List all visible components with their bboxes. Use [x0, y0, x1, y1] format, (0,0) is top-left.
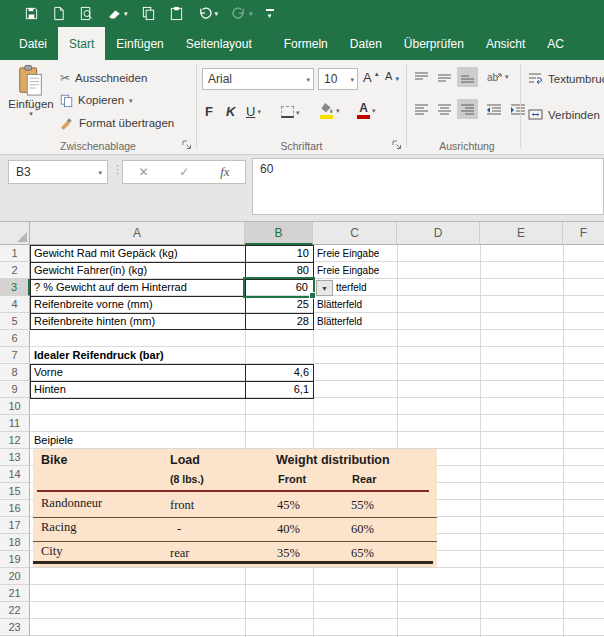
tab-ansicht[interactable]: Ansicht — [475, 27, 536, 60]
merge-center-button[interactable]: Verbinden — [528, 108, 600, 121]
row-header-8[interactable]: 8 — [0, 364, 30, 381]
font-name-combo[interactable]: Arial▾ — [202, 68, 314, 90]
insert-function-icon[interactable]: fx — [220, 164, 229, 180]
row-header-15[interactable]: 15 — [0, 483, 30, 500]
row-header-22[interactable]: 22 — [0, 602, 30, 619]
align-right-button[interactable] — [457, 99, 478, 119]
cell-a9[interactable]: Hinten — [34, 381, 242, 398]
select-all-corner[interactable] — [0, 222, 30, 245]
cell-b8[interactable]: 4,6 — [245, 364, 309, 381]
name-box[interactable]: B3 ▾ — [8, 160, 108, 184]
row-header-21[interactable]: 21 — [0, 585, 30, 602]
customize-quick-access-icon[interactable]: ▾ — [266, 9, 274, 19]
fill-handle[interactable] — [309, 292, 316, 299]
column-header-c[interactable]: C — [313, 222, 397, 245]
undo-icon[interactable]: ▾ — [197, 6, 219, 21]
font-color-dropdown-icon[interactable]: ▾ — [372, 107, 376, 114]
underline-button[interactable]: U▾ — [246, 104, 261, 119]
borders-dropdown-icon[interactable]: ▾ — [296, 109, 300, 116]
cell-c5[interactable]: Blätterfeld — [317, 313, 362, 330]
cell-b4[interactable]: 25 — [245, 296, 309, 313]
row-header-16[interactable]: 16 — [0, 500, 30, 517]
cell-a3[interactable]: ? % Gewicht auf dem Hinterrad — [34, 279, 240, 296]
clipboard-dialog-launcher-icon[interactable] — [182, 140, 192, 150]
increase-indent-button[interactable] — [507, 99, 528, 119]
row-header-3[interactable]: 3 — [0, 279, 30, 296]
copy-icon[interactable] — [141, 6, 156, 21]
row-header-6[interactable]: 6 — [0, 330, 30, 347]
increase-font-button[interactable]: A▲ — [363, 70, 380, 85]
cut-button[interactable]: ✂ Ausschneiden — [60, 69, 147, 87]
row-header-23[interactable]: 23 — [0, 619, 30, 636]
row-header-7[interactable]: 7 — [0, 347, 30, 364]
bike-table-picture[interactable]: Bike Load Weight distribution (8 lbs.) F… — [33, 449, 437, 567]
decrease-indent-button[interactable] — [483, 99, 504, 119]
align-middle-button[interactable] — [434, 67, 455, 87]
new-file-icon[interactable] — [52, 6, 66, 21]
wrap-text-button[interactable]: Textumbruch — [528, 72, 604, 85]
print-preview-icon[interactable] — [79, 6, 94, 21]
cell-a12[interactable]: Beipiele — [34, 432, 242, 449]
cell-b9[interactable]: 6,1 — [245, 381, 309, 398]
row-header-1[interactable]: 1 — [0, 245, 30, 262]
row-header-18[interactable]: 18 — [0, 534, 30, 551]
tab-ueberpruefen[interactable]: Überprüfen — [393, 27, 475, 60]
eraser-icon[interactable]: ▾ — [107, 7, 128, 21]
undo-dropdown-icon[interactable]: ▾ — [215, 10, 219, 17]
paste-icon[interactable] — [169, 6, 184, 21]
column-header-a[interactable]: A — [30, 222, 245, 245]
column-header-f[interactable]: F — [563, 222, 604, 245]
row-header-10[interactable]: 10 — [0, 398, 30, 415]
align-center-button[interactable] — [434, 99, 455, 119]
decrease-font-button[interactable]: A▼ — [385, 70, 400, 82]
paste-button[interactable]: Einfügen ▾ — [6, 64, 56, 142]
row-header-13[interactable]: 13 — [0, 449, 30, 466]
cell-a1[interactable]: Gewicht Rad mit Gepäck (kg) — [34, 245, 242, 262]
cell-b1[interactable]: 10 — [245, 245, 309, 262]
sheet-area[interactable]: 1234567891011121314151617181920212223 Ge… — [0, 245, 604, 637]
tab-datei[interactable]: Datei — [8, 27, 58, 60]
fill-color-button[interactable]: ▾ — [319, 102, 340, 119]
cell-b5[interactable]: 28 — [245, 313, 309, 330]
align-left-button[interactable] — [411, 99, 432, 119]
column-header-e[interactable]: E — [480, 222, 563, 245]
fill-color-dropdown-icon[interactable]: ▾ — [336, 107, 340, 114]
cell-a7[interactable]: Idealer Reifendruck (bar) — [34, 347, 274, 364]
tab-daten[interactable]: Daten — [339, 27, 393, 60]
row-header-19[interactable]: 19 — [0, 551, 30, 568]
column-header-b[interactable]: B — [245, 222, 313, 245]
row-header-9[interactable]: 9 — [0, 381, 30, 398]
row-header-12[interactable]: 12 — [0, 432, 30, 449]
cell-c3[interactable]: tterfeld — [336, 279, 367, 296]
eraser-dropdown-icon[interactable]: ▾ — [124, 10, 128, 17]
align-bottom-button[interactable] — [457, 67, 478, 87]
cell-a2[interactable]: Gewicht Fahrer(in) (kg) — [34, 262, 242, 279]
format-painter-button[interactable]: Format übertragen — [60, 114, 174, 132]
paste-dropdown-icon[interactable]: ▾ — [29, 110, 33, 117]
cell-c1[interactable]: Freie Eingabe — [317, 245, 379, 262]
row-header-5[interactable]: 5 — [0, 313, 30, 330]
underline-dropdown-icon[interactable]: ▾ — [257, 108, 261, 115]
tab-formeln[interactable]: Formeln — [273, 27, 339, 60]
font-name-dropdown-icon[interactable]: ▾ — [306, 76, 310, 83]
italic-button[interactable]: K — [226, 104, 235, 119]
font-size-combo[interactable]: 10▾ — [318, 68, 358, 90]
borders-button[interactable]: ▾ — [281, 106, 300, 118]
font-dialog-launcher-icon[interactable] — [392, 140, 402, 150]
row-header-14[interactable]: 14 — [0, 466, 30, 483]
copy-dropdown-icon[interactable]: ▾ — [129, 97, 133, 104]
name-box-dropdown-icon[interactable]: ▾ — [98, 169, 102, 176]
cancel-icon[interactable]: ✕ — [138, 165, 148, 179]
row-header-20[interactable]: 20 — [0, 568, 30, 585]
formula-input[interactable]: 60 — [252, 158, 604, 215]
row-header-17[interactable]: 17 — [0, 517, 30, 534]
row-header-4[interactable]: 4 — [0, 296, 30, 313]
align-top-button[interactable] — [411, 67, 432, 87]
row-header-11[interactable]: 11 — [0, 415, 30, 432]
orientation-button[interactable]: ab▾ — [487, 69, 509, 83]
cell-a4[interactable]: Reifenbreite vorne (mm) — [34, 296, 242, 313]
cell-c4[interactable]: Blätterfeld — [317, 296, 362, 313]
column-header-d[interactable]: D — [397, 222, 480, 245]
tab-acrobat[interactable]: AC — [536, 27, 575, 60]
cell-a8[interactable]: Vorne — [34, 364, 242, 381]
